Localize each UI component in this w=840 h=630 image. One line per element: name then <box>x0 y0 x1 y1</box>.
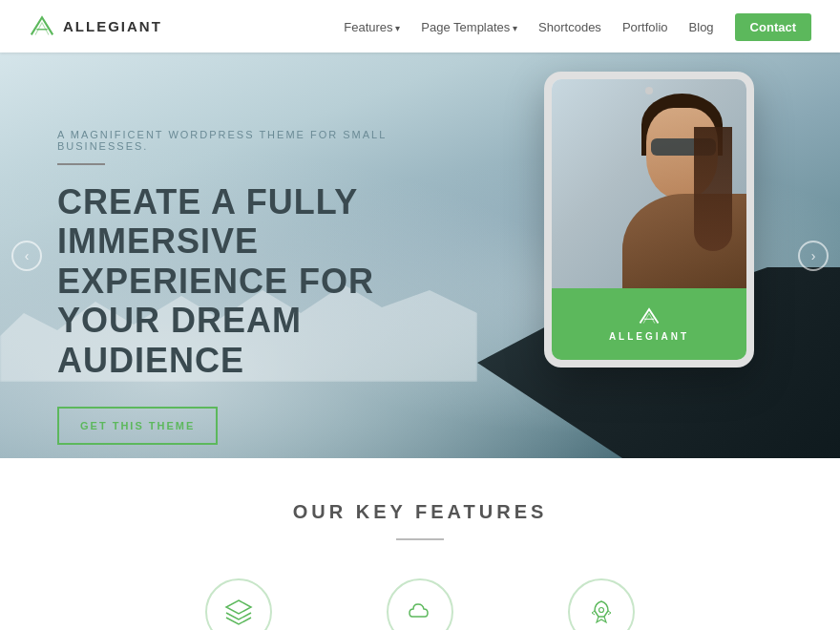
rocket-icon <box>587 598 616 626</box>
nav-portfolio-link[interactable]: Portfolio <box>622 20 668 34</box>
cloud-icon <box>406 598 434 626</box>
feature-rocket <box>568 578 635 630</box>
hero-content: A MAGNIFICENT WORDPRESS THEME FOR SMALL … <box>57 129 458 445</box>
chevron-left-icon: ‹ <box>25 248 30 263</box>
tablet-brand-logo-icon <box>639 306 660 327</box>
chevron-right-icon: › <box>811 248 816 263</box>
nav-blog-link[interactable]: Blog <box>689 20 714 34</box>
nav-links: Features Page Templates Shortcodes Portf… <box>344 18 811 35</box>
logo-icon <box>29 13 55 40</box>
hero-title: CREATE A FULLY IMMERSIVE EXPERIENCE FOR … <box>57 182 458 380</box>
get-theme-button[interactable]: GET THIS THEME <box>57 407 218 445</box>
tablet-brand-name: ALLEGIANT <box>609 331 689 342</box>
svg-point-3 <box>599 608 604 613</box>
hero-next-arrow[interactable]: › <box>798 241 829 271</box>
tablet-screen: ALLEGIANT <box>552 79 746 360</box>
tablet-photo-bg <box>552 79 746 299</box>
tablet-camera <box>645 87 653 94</box>
logo-text: ALLEGIANT <box>63 18 162 34</box>
nav-shortcodes-link[interactable]: Shortcodes <box>538 20 601 34</box>
hero-prev-arrow[interactable]: ‹ <box>11 241 42 271</box>
features-divider <box>396 538 444 540</box>
nav-shortcodes[interactable]: Shortcodes <box>538 18 601 35</box>
logo[interactable]: ALLEGIANT <box>29 13 162 40</box>
feature-layers <box>205 578 272 630</box>
tablet-mockup: ALLEGIANT <box>544 72 754 368</box>
tablet-brand-bar: ALLEGIANT <box>552 288 746 360</box>
nav-contact-link[interactable]: Contact <box>735 13 811 41</box>
hero-subtitle: A MAGNIFICENT WORDPRESS THEME FOR SMALL … <box>57 129 458 152</box>
feature-cloud <box>387 578 453 630</box>
hero-divider <box>57 163 105 165</box>
nav-page-templates-link[interactable]: Page Templates <box>421 20 517 34</box>
nav-portfolio[interactable]: Portfolio <box>622 18 668 35</box>
features-icons-row <box>0 578 840 630</box>
nav-contact[interactable]: Contact <box>735 18 811 35</box>
layers-icon <box>224 598 253 626</box>
svg-marker-2 <box>226 600 251 614</box>
person-long-hair <box>694 127 732 251</box>
features-section: OUR KEY FEATURES <box>0 458 840 630</box>
hero-section: ‹ › A MAGNIFICENT WORDPRESS THEME FOR SM… <box>0 52 840 458</box>
nav-features[interactable]: Features <box>344 18 400 35</box>
nav-page-templates[interactable]: Page Templates <box>421 18 517 35</box>
navbar: ALLEGIANT Features Page Templates Shortc… <box>0 0 840 52</box>
features-title: OUR KEY FEATURES <box>0 501 840 523</box>
nav-blog[interactable]: Blog <box>689 18 714 35</box>
nav-features-link[interactable]: Features <box>344 20 400 34</box>
tablet-outer: ALLEGIANT <box>544 72 754 368</box>
